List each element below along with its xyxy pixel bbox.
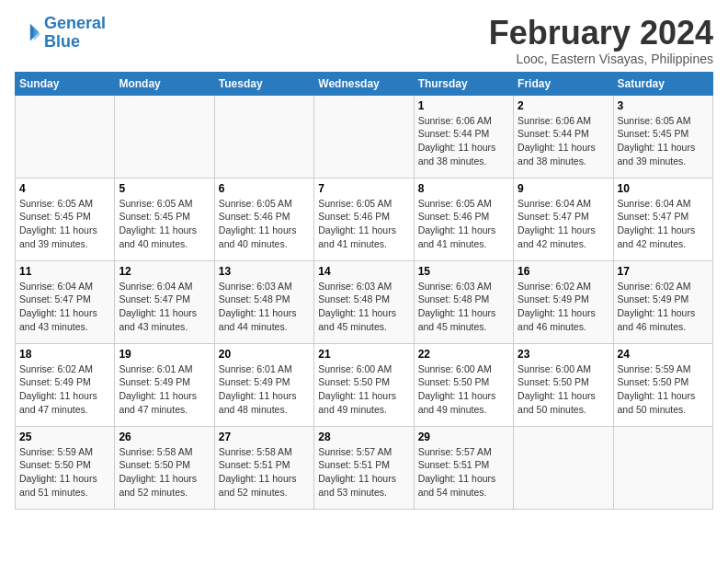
calendar-day-cell: 4Sunrise: 6:05 AM Sunset: 5:45 PM Daylig… <box>16 178 115 260</box>
svg-marker-1 <box>34 27 40 40</box>
calendar-day-cell: 22Sunrise: 6:00 AM Sunset: 5:50 PM Dayli… <box>414 343 513 426</box>
day-number: 15 <box>418 265 509 278</box>
day-number: 25 <box>19 431 110 443</box>
day-info: Sunrise: 6:04 AM Sunset: 5:47 PM Dayligh… <box>119 280 210 334</box>
day-info: Sunrise: 6:04 AM Sunset: 5:47 PM Dayligh… <box>618 197 709 251</box>
calendar-day-cell: 18Sunrise: 6:02 AM Sunset: 5:49 PM Dayli… <box>16 343 115 426</box>
calendar-day-cell: 9Sunrise: 6:04 AM Sunset: 5:47 PM Daylig… <box>514 178 613 260</box>
day-info: Sunrise: 6:06 AM Sunset: 5:44 PM Dayligh… <box>518 114 609 168</box>
day-number: 20 <box>219 348 310 361</box>
weekday-header-cell: Thursday <box>414 72 513 95</box>
day-info: Sunrise: 6:06 AM Sunset: 5:44 PM Dayligh… <box>418 114 509 168</box>
day-info: Sunrise: 6:00 AM Sunset: 5:50 PM Dayligh… <box>518 362 609 417</box>
calendar-day-cell <box>514 426 613 509</box>
day-info: Sunrise: 6:01 AM Sunset: 5:49 PM Dayligh… <box>219 362 310 417</box>
day-number: 10 <box>618 182 709 195</box>
day-info: Sunrise: 6:05 AM Sunset: 5:45 PM Dayligh… <box>19 197 110 251</box>
calendar-day-cell: 7Sunrise: 6:05 AM Sunset: 5:46 PM Daylig… <box>314 178 414 260</box>
day-info: Sunrise: 6:05 AM Sunset: 5:46 PM Dayligh… <box>418 197 509 251</box>
day-number: 16 <box>518 265 609 278</box>
calendar-day-cell: 12Sunrise: 6:04 AM Sunset: 5:47 PM Dayli… <box>115 260 214 343</box>
logo-text: General Blue <box>44 15 106 52</box>
day-info: Sunrise: 6:00 AM Sunset: 5:50 PM Dayligh… <box>418 362 509 417</box>
day-info: Sunrise: 5:57 AM Sunset: 5:51 PM Dayligh… <box>418 445 509 500</box>
day-number: 23 <box>518 348 609 361</box>
calendar-day-cell: 15Sunrise: 6:03 AM Sunset: 5:48 PM Dayli… <box>414 260 513 343</box>
calendar-day-cell: 25Sunrise: 5:59 AM Sunset: 5:50 PM Dayli… <box>16 426 115 509</box>
day-number: 27 <box>219 431 310 443</box>
calendar-day-cell: 10Sunrise: 6:04 AM Sunset: 5:47 PM Dayli… <box>613 178 712 260</box>
day-number: 26 <box>119 431 210 443</box>
calendar-day-cell <box>16 95 115 178</box>
day-info: Sunrise: 5:59 AM Sunset: 5:50 PM Dayligh… <box>618 362 709 417</box>
calendar-day-cell: 6Sunrise: 6:05 AM Sunset: 5:46 PM Daylig… <box>214 178 313 260</box>
calendar-day-cell: 28Sunrise: 5:57 AM Sunset: 5:51 PM Dayli… <box>314 426 414 509</box>
title-area: February 2024 Looc, Eastern Visayas, Phi… <box>489 15 713 66</box>
day-info: Sunrise: 5:58 AM Sunset: 5:50 PM Dayligh… <box>119 445 210 500</box>
day-info: Sunrise: 6:04 AM Sunset: 5:47 PM Dayligh… <box>19 280 110 334</box>
day-info: Sunrise: 5:58 AM Sunset: 5:51 PM Dayligh… <box>219 445 310 500</box>
calendar-day-cell: 3Sunrise: 6:05 AM Sunset: 5:45 PM Daylig… <box>613 95 712 178</box>
day-number: 7 <box>318 182 409 195</box>
month-title: February 2024 <box>489 15 713 52</box>
day-number: 6 <box>219 182 310 195</box>
day-number: 9 <box>518 182 609 195</box>
calendar-week-row: 1Sunrise: 6:06 AM Sunset: 5:44 PM Daylig… <box>16 95 713 178</box>
weekday-header-cell: Monday <box>115 72 214 95</box>
day-number: 22 <box>418 348 509 361</box>
calendar-table: SundayMondayTuesdayWednesdayThursdayFrid… <box>15 72 713 510</box>
day-number: 24 <box>618 348 709 361</box>
day-number: 2 <box>518 99 609 112</box>
calendar-day-cell: 16Sunrise: 6:02 AM Sunset: 5:49 PM Dayli… <box>514 260 613 343</box>
day-number: 17 <box>618 265 709 278</box>
day-number: 28 <box>318 431 409 443</box>
day-info: Sunrise: 6:05 AM Sunset: 5:46 PM Dayligh… <box>219 197 310 251</box>
calendar-day-cell: 20Sunrise: 6:01 AM Sunset: 5:49 PM Dayli… <box>214 343 313 426</box>
calendar-day-cell: 26Sunrise: 5:58 AM Sunset: 5:50 PM Dayli… <box>115 426 214 509</box>
calendar-day-cell: 17Sunrise: 6:02 AM Sunset: 5:49 PM Dayli… <box>613 260 712 343</box>
calendar-day-cell: 5Sunrise: 6:05 AM Sunset: 5:45 PM Daylig… <box>115 178 214 260</box>
day-info: Sunrise: 6:04 AM Sunset: 5:47 PM Dayligh… <box>518 197 609 251</box>
logo: General Blue <box>15 15 106 52</box>
calendar-day-cell: 1Sunrise: 6:06 AM Sunset: 5:44 PM Daylig… <box>414 95 513 178</box>
logo-icon <box>15 20 40 46</box>
day-number: 3 <box>618 99 709 112</box>
page-header: General Blue February 2024 Looc, Eastern… <box>15 15 713 66</box>
day-info: Sunrise: 6:00 AM Sunset: 5:50 PM Dayligh… <box>318 362 409 417</box>
day-number: 13 <box>219 265 310 278</box>
weekday-header-row: SundayMondayTuesdayWednesdayThursdayFrid… <box>16 72 713 95</box>
day-number: 11 <box>19 265 110 278</box>
calendar-day-cell: 29Sunrise: 5:57 AM Sunset: 5:51 PM Dayli… <box>414 426 513 509</box>
weekday-header-cell: Friday <box>514 72 613 95</box>
day-number: 1 <box>418 99 509 112</box>
day-info: Sunrise: 6:03 AM Sunset: 5:48 PM Dayligh… <box>219 280 310 334</box>
weekday-header-cell: Tuesday <box>214 72 313 95</box>
day-number: 8 <box>418 182 509 195</box>
calendar-week-row: 4Sunrise: 6:05 AM Sunset: 5:45 PM Daylig… <box>16 178 713 260</box>
day-number: 18 <box>19 348 110 361</box>
weekday-header-cell: Wednesday <box>314 72 414 95</box>
day-info: Sunrise: 6:05 AM Sunset: 5:46 PM Dayligh… <box>318 197 409 251</box>
calendar-day-cell <box>613 426 712 509</box>
day-info: Sunrise: 6:05 AM Sunset: 5:45 PM Dayligh… <box>618 114 709 168</box>
calendar-day-cell: 14Sunrise: 6:03 AM Sunset: 5:48 PM Dayli… <box>314 260 414 343</box>
day-info: Sunrise: 5:59 AM Sunset: 5:50 PM Dayligh… <box>19 445 110 500</box>
calendar-day-cell <box>314 95 414 178</box>
calendar-week-row: 18Sunrise: 6:02 AM Sunset: 5:49 PM Dayli… <box>16 343 713 426</box>
calendar-day-cell: 13Sunrise: 6:03 AM Sunset: 5:48 PM Dayli… <box>214 260 313 343</box>
day-number: 4 <box>19 182 110 195</box>
day-info: Sunrise: 6:01 AM Sunset: 5:49 PM Dayligh… <box>119 362 210 417</box>
calendar-day-cell: 8Sunrise: 6:05 AM Sunset: 5:46 PM Daylig… <box>414 178 513 260</box>
calendar-day-cell: 24Sunrise: 5:59 AM Sunset: 5:50 PM Dayli… <box>613 343 712 426</box>
day-info: Sunrise: 6:02 AM Sunset: 5:49 PM Dayligh… <box>19 362 110 417</box>
calendar-week-row: 11Sunrise: 6:04 AM Sunset: 5:47 PM Dayli… <box>16 260 713 343</box>
calendar-day-cell: 2Sunrise: 6:06 AM Sunset: 5:44 PM Daylig… <box>514 95 613 178</box>
weekday-header-cell: Sunday <box>16 72 115 95</box>
weekday-header-cell: Saturday <box>613 72 712 95</box>
calendar-day-cell <box>115 95 214 178</box>
day-number: 29 <box>418 431 509 443</box>
logo-line2: Blue <box>44 32 80 51</box>
day-number: 19 <box>119 348 210 361</box>
calendar-day-cell: 19Sunrise: 6:01 AM Sunset: 5:49 PM Dayli… <box>115 343 214 426</box>
calendar-week-row: 25Sunrise: 5:59 AM Sunset: 5:50 PM Dayli… <box>16 426 713 509</box>
